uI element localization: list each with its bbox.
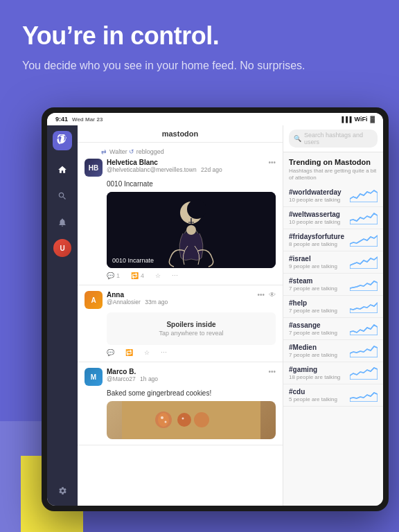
search-input-wrapper[interactable]: 🔍 Search hashtags and users: [289, 130, 378, 148]
trending-item-left-7: #Medien 7 people are talking: [289, 344, 337, 358]
star-icon: ☆: [144, 349, 150, 356]
post-2-spoiler[interactable]: Spoilers inside Tap anywhere to reveal: [107, 312, 276, 345]
trending-item-4[interactable]: #steam 7 people are talking: [283, 274, 383, 296]
trending-item-5[interactable]: #help 7 people are talking: [283, 296, 383, 318]
post-1-handle: @helveticablanc@merveilles.town 22d ago: [107, 166, 264, 173]
post-3-content: Baked some gingerbread cookies!: [107, 389, 276, 397]
post-3-header: M Marco B. @Marco27 1h ago •••: [85, 368, 276, 386]
trending-item-6[interactable]: #assange 7 people are talking: [283, 318, 383, 340]
post-3-meta: Marco B. @Marco27 1h ago: [107, 368, 264, 382]
post-1-image: 0010 Incarnate: [107, 192, 276, 268]
post-2-favorite[interactable]: ☆: [144, 349, 150, 356]
post-1-actions: 💬 1 🔁 4 ☆ ⋯: [107, 272, 276, 279]
reblog-icon: ⇄: [101, 148, 107, 155]
post-1-favorite[interactable]: ☆: [155, 272, 161, 279]
status-time: 9:41: [55, 116, 68, 123]
post-2-handle: @Annalosier 33m ago: [107, 299, 253, 305]
battery-icon: ▓: [370, 116, 375, 123]
post-1-header: HB Helvetica Blanc @helveticablanc@merve…: [85, 159, 276, 177]
svg-point-13: [182, 418, 184, 420]
trending-count-0: 10 people are talking: [289, 197, 342, 203]
post-1-reply[interactable]: 💬 1: [107, 272, 120, 279]
sidebar-notifications[interactable]: [53, 213, 72, 232]
post-1: ⇄ Walter ↺ reblogged HB Helvetica Blanc …: [78, 143, 283, 285]
trending-count-7: 7 people are talking: [289, 352, 337, 358]
trending-chart-2: [350, 233, 378, 247]
trending-chart-7: [350, 344, 378, 357]
trending-panel: 🔍 Search hashtags and users Trending on …: [283, 125, 383, 506]
post-1-avatar: HB: [85, 159, 103, 177]
trending-list: #worldwaterday 10 people are talking #we…: [283, 185, 383, 407]
share-icon: ⋯: [172, 272, 178, 279]
post-3: M Marco B. @Marco27 1h ago ••• Baked som…: [78, 362, 283, 445]
trending-item-9[interactable]: #cdu 5 people are talking: [283, 384, 383, 407]
post-reblog: ⇄ Walter ↺ reblogged: [101, 148, 276, 155]
trending-item-2[interactable]: #fridaysforfuture 8 people are talking: [283, 229, 383, 251]
main-feed[interactable]: mastodon ⇄ Walter ↺ reblogged HB Helveti…: [78, 125, 283, 506]
post-2-visibility: 👁: [269, 291, 276, 299]
post-3-name: Marco B.: [107, 368, 264, 375]
post-1-share[interactable]: ⋯: [172, 272, 178, 279]
trending-item-left-5: #help 7 people are talking: [289, 299, 337, 314]
trending-item-left-6: #assange 7 people are talking: [289, 321, 337, 336]
svg-point-8: [177, 413, 191, 427]
trending-count-9: 5 people are talking: [289, 396, 337, 402]
share-icon: ⋯: [161, 349, 167, 356]
reply-icon: 💬: [107, 272, 114, 279]
svg-point-3: [186, 225, 196, 235]
trending-hashtag-0: #worldwaterday: [289, 188, 342, 196]
svg-rect-6: [122, 401, 260, 439]
trending-chart-6: [350, 321, 378, 335]
sidebar-avatar[interactable]: U: [53, 239, 71, 257]
trending-count-2: 8 people are talking: [289, 241, 344, 247]
trending-count-8: 18 people are talking: [289, 374, 340, 380]
mastodon-logo[interactable]: [53, 131, 72, 150]
trending-hashtag-8: #gaming: [289, 366, 340, 373]
hero-section: You’re in control. You decide who you se…: [22, 22, 377, 73]
trending-item-7[interactable]: #Medien 7 people are talking: [283, 340, 383, 362]
trending-hashtag-4: #steam: [289, 277, 337, 285]
post-1-more[interactable]: •••: [268, 159, 276, 166]
trending-item-0[interactable]: #worldwaterday 10 people are talking: [283, 185, 383, 207]
search-bar: 🔍 Search hashtags and users: [283, 125, 383, 152]
post-3-artwork: [107, 401, 276, 439]
spoiler-tap: Tap anywhere to reveal: [115, 330, 267, 337]
post-1-meta: Helvetica Blanc @helveticablanc@merveill…: [107, 159, 264, 173]
boost-icon: 🔁: [131, 272, 139, 279]
post-2: A Anna @Annalosier 33m ago ••• 👁 Spoile: [78, 285, 283, 362]
trending-header: Trending on Mastodon Hashtags that are g…: [283, 152, 383, 185]
post-1-image-caption: 0010 Incarnate: [112, 257, 154, 264]
sidebar-settings[interactable]: [53, 481, 72, 500]
status-bar: 9:41 Wed Mar 23 ▐▐▐ WiFi ▓: [47, 113, 383, 125]
trending-hashtag-7: #Medien: [289, 344, 337, 351]
boost-icon: 🔁: [125, 349, 133, 356]
trending-item-1[interactable]: #weltwassertag 10 people are talking: [283, 207, 383, 229]
hero-title: You’re in control.: [22, 22, 377, 50]
sidebar-search[interactable]: [53, 186, 72, 206]
post-1-name: Helvetica Blanc: [107, 159, 264, 166]
post-3-avatar: M: [85, 368, 103, 386]
trending-chart-1: [350, 211, 378, 224]
post-2-boost[interactable]: 🔁: [125, 349, 133, 356]
search-icon: 🔍: [294, 135, 301, 142]
trending-hashtag-9: #cdu: [289, 388, 337, 396]
reply-icon: 💬: [107, 349, 114, 356]
trending-item-8[interactable]: #gaming 18 people are talking: [283, 362, 383, 384]
post-2-share[interactable]: ⋯: [161, 349, 167, 356]
post-1-content: 0010 Incarnate: [107, 180, 276, 188]
trending-item-left-9: #cdu 5 people are talking: [289, 388, 337, 402]
reblog-text: Walter ↺ reblogged: [109, 148, 164, 155]
trending-subtitle: Hashtags that are getting quite a bit of…: [289, 168, 378, 182]
post-1-boost[interactable]: 🔁 4: [131, 272, 144, 279]
post-2-actions: 💬 🔁 ☆ ⋯: [107, 349, 276, 356]
post-3-handle: @Marco27 1h ago: [107, 375, 264, 382]
status-icons: ▐▐▐ WiFi ▓: [340, 116, 375, 123]
sidebar-home[interactable]: [53, 160, 72, 179]
post-2-name: Anna: [107, 291, 253, 299]
trending-item-left-4: #steam 7 people are talking: [289, 277, 337, 292]
trending-hashtag-2: #fridaysforfuture: [289, 233, 344, 240]
post-2-reply[interactable]: 💬: [107, 349, 114, 356]
post-2-more[interactable]: •••: [257, 291, 265, 299]
trending-item-3[interactable]: #israel 9 people are talking: [283, 251, 383, 274]
post-3-more[interactable]: •••: [268, 368, 276, 375]
